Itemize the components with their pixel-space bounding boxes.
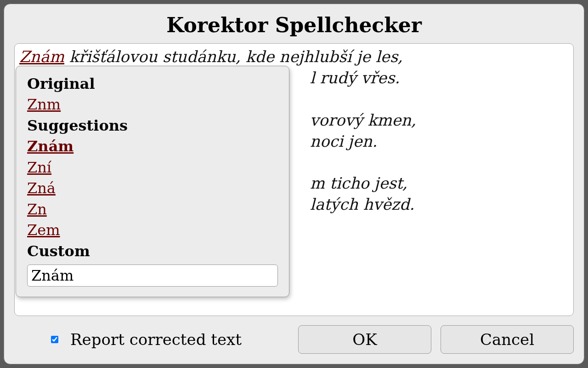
- line1-rest: křišťálovou studánku, kde nejhlubší je l…: [64, 47, 403, 66]
- line7-tail: m ticho jest,: [310, 174, 407, 192]
- misspelled-word[interactable]: Znám: [19, 47, 64, 66]
- original-label: Original: [27, 74, 278, 94]
- line4-tail: vorový kmen,: [310, 111, 416, 129]
- suggestion-item[interactable]: Zem: [27, 220, 60, 241]
- line5-tail: noci jen.: [310, 132, 377, 150]
- suggestions-popup: Original Znm Suggestions Znám Zní Zná Zn…: [16, 66, 289, 297]
- ok-button[interactable]: OK: [298, 325, 431, 354]
- suggestion-item[interactable]: Zní: [27, 157, 51, 178]
- suggestion-item[interactable]: Znám: [27, 136, 74, 157]
- dialog-footer: Report corrected text OK Cancel: [14, 325, 574, 354]
- report-checkbox[interactable]: [51, 336, 58, 343]
- spellchecker-dialog: Korektor Spellchecker Znám křišťálovou s…: [4, 4, 584, 364]
- line8-tail: latých hvězd.: [310, 195, 414, 213]
- custom-input[interactable]: [27, 264, 278, 287]
- report-label: Report corrected text: [70, 330, 242, 349]
- line2-tail: l rudý vřes.: [310, 69, 400, 87]
- text-panel: Znám křišťálovou studánku, kde nejhlubší…: [14, 43, 574, 316]
- dialog-title: Korektor Spellchecker: [14, 13, 574, 37]
- cancel-button[interactable]: Cancel: [441, 325, 574, 354]
- original-value[interactable]: Znm: [27, 94, 61, 115]
- suggestion-item[interactable]: Zná: [27, 178, 56, 199]
- report-corrected-text[interactable]: Report corrected text: [14, 330, 289, 349]
- custom-label: Custom: [27, 241, 278, 262]
- suggestions-label: Suggestions: [27, 115, 278, 136]
- suggestion-item[interactable]: Zn: [27, 199, 47, 220]
